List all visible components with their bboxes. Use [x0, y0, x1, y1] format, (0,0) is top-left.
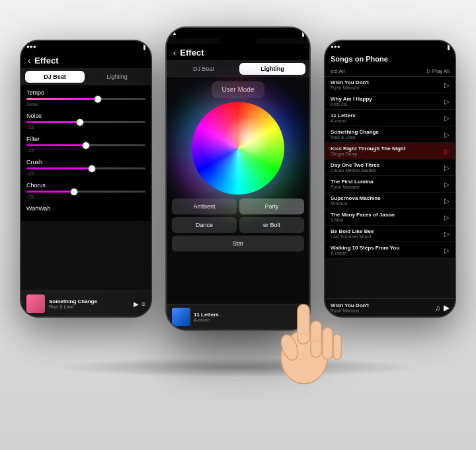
list-item[interactable]: Why Am I Happy Kirin Jol ▷: [325, 93, 455, 110]
left-now-playing: Something Change Rise & Lose ▶ ≡: [21, 291, 151, 316]
center-np-play-icon[interactable]: ▶: [298, 312, 304, 322]
light-btn-dance[interactable]: Dance: [172, 217, 237, 233]
song-info-10: Walking 10 Steps From You A-monn: [331, 245, 444, 255]
song-play-6[interactable]: ▷: [444, 181, 450, 188]
center-phone-header: ‹ Effect: [167, 44, 309, 60]
song-info-7: Supernova Machine Monhun: [331, 195, 444, 206]
shadow-base: [53, 357, 423, 377]
center-status-bar: ▲ ▐: [167, 28, 309, 38]
song-play-1[interactable]: ▷: [444, 98, 450, 105]
song-info-9: Be Bold Like Bee Last Summer Mood: [331, 228, 444, 239]
song-artist-10: A-monn: [331, 251, 444, 255]
left-battery: ▐: [141, 44, 145, 50]
right-np-list-icon[interactable]: ♫: [436, 304, 441, 312]
slider-chorus-track[interactable]: [26, 191, 145, 193]
song-play-8[interactable]: ▷: [444, 214, 450, 221]
slider-wahwah: WahWah: [26, 205, 145, 212]
right-np-title: Wish You Don't: [331, 302, 432, 308]
song-artist-1: Kirin Jol: [331, 102, 444, 107]
svg-rect-4: [333, 334, 341, 359]
center-notch: [218, 38, 258, 44]
color-wheel[interactable]: [192, 102, 284, 195]
song-info-8: The Many Faces of Jason Y.Moo: [331, 212, 444, 222]
slider-chorus-label: Chorus: [26, 182, 145, 189]
center-np-title: 11 Letters: [194, 312, 295, 318]
list-item[interactable]: Wish You Don't Ryan Manson ▷: [325, 77, 455, 93]
phone-right: ●●● ▐ Songs on Phone ect All ▷ Play All …: [324, 40, 456, 318]
select-all-label[interactable]: ect All: [331, 68, 344, 74]
songs-controls: ect All ▷ Play All: [325, 66, 455, 77]
slider-wahwah-label: WahWah: [26, 205, 145, 212]
slider-noise-label: Noise: [26, 112, 145, 119]
right-np-info: Wish You Don't Ryan Manson: [331, 302, 432, 313]
list-item[interactable]: Be Bold Like Bee Last Summer Mood ▷: [325, 226, 455, 242]
song-play-7[interactable]: ▷: [444, 197, 450, 204]
song-play-10[interactable]: ▷: [444, 247, 450, 254]
song-play-3[interactable]: ▷: [444, 131, 450, 138]
song-play-0[interactable]: ▷: [444, 81, 450, 89]
left-np-play-icon[interactable]: ▶: [134, 300, 139, 308]
left-tabs: DJ Beat Lighting: [21, 68, 151, 85]
left-np-info: Something Change Rise & Lose: [49, 298, 130, 309]
right-status-bar: ●●● ▐: [325, 41, 455, 52]
list-item[interactable]: Kiss Right Through The Night Ginger Berr…: [325, 143, 455, 159]
right-np-play-icon[interactable]: ▶: [444, 303, 450, 312]
song-artist-9: Last Summer Mood: [331, 234, 444, 239]
songs-list: Wish You Don't Ryan Manson ▷ Why Am I Ha…: [325, 77, 455, 259]
slider-tempo-val: Slow: [26, 101, 145, 107]
song-title-1: Why Am I Happy: [331, 96, 444, 102]
center-battery: ▐: [300, 30, 304, 36]
song-title-9: Be Bold Like Bee: [331, 228, 444, 234]
song-artist-0: Ryan Manson: [331, 85, 444, 90]
list-item[interactable]: Supernova Machine Monhun ▷: [325, 193, 455, 209]
slider-filter-track[interactable]: [26, 144, 145, 146]
left-back-arrow[interactable]: ‹: [28, 56, 30, 66]
center-back-arrow[interactable]: ‹: [173, 48, 176, 58]
left-tab-lighting[interactable]: Lighting: [87, 71, 147, 83]
song-title-6: The First Lumina: [331, 179, 444, 185]
song-title-0: Wish You Don't: [331, 79, 444, 85]
light-btn-star[interactable]: Star: [172, 236, 304, 251]
song-play-4[interactable]: ▷: [444, 148, 450, 155]
center-tab-lighting[interactable]: Lighting: [239, 63, 305, 75]
list-item[interactable]: Day One Two Three Cacao Mellow Garden ▷: [325, 159, 455, 176]
left-np-controls[interactable]: ▶ ≡: [134, 300, 145, 308]
list-item[interactable]: The First Lumina Ryan Manson ▷: [325, 176, 455, 193]
center-now-playing: 11 Letters A-monn ▶: [167, 304, 309, 330]
song-info-4: Kiss Right Through The Night Ginger Berr…: [331, 146, 444, 156]
phone-left: ●●● ▐ ‹ Effect DJ Beat Lighting Tempo Sl…: [20, 40, 152, 318]
center-tab-djbeat[interactable]: DJ Beat: [171, 63, 237, 75]
slider-crush-track[interactable]: [26, 167, 145, 169]
song-play-2[interactable]: ▷: [444, 114, 450, 122]
left-np-artist: Rise & Lose: [49, 304, 130, 309]
play-all-label[interactable]: ▷ Play All: [427, 68, 450, 74]
left-effect-content: Tempo Slow Noise -15 Filter: [21, 85, 151, 221]
left-np-list-icon[interactable]: ≡: [141, 300, 145, 308]
song-info-1: Why Am I Happy Kirin Jol: [331, 96, 444, 107]
list-item[interactable]: Something Change Rise & Lose ▷: [325, 126, 455, 143]
song-info-3: Something Change Rise & Lose: [331, 129, 444, 140]
song-info-6: The First Lumina Ryan Manson: [331, 179, 444, 189]
phone-center: ▲ ▐ ‹ Effect DJ Beat Lighting User Mode …: [165, 26, 311, 331]
light-btn-erbolt[interactable]: er Bolt: [239, 217, 304, 233]
slider-chorus: Chorus -15: [26, 182, 145, 200]
slider-noise-track[interactable]: [26, 121, 145, 123]
song-info-2: 11 Letters A-monn: [331, 112, 444, 123]
song-title-5: Day One Two Three: [331, 162, 444, 168]
song-artist-3: Rise & Lose: [331, 135, 444, 140]
svg-rect-2: [311, 321, 321, 357]
list-item[interactable]: Walking 10 Steps From You A-monn ▷: [325, 242, 455, 259]
song-play-9[interactable]: ▷: [444, 230, 450, 238]
left-tab-djbeat[interactable]: DJ Beat: [25, 71, 85, 83]
list-item[interactable]: 11 Letters A-monn ▷: [325, 110, 455, 126]
slider-tempo-track[interactable]: [26, 98, 145, 100]
song-play-5[interactable]: ▷: [444, 164, 450, 171]
song-title-2: 11 Letters: [331, 112, 444, 118]
center-np-artist: A-monn: [194, 318, 295, 322]
slider-chorus-val: -15: [26, 194, 145, 200]
slider-filter: Filter -15: [26, 136, 145, 154]
right-songs-title: Songs on Phone: [325, 52, 455, 66]
svg-rect-3: [323, 328, 333, 359]
song-info-0: Wish You Don't Ryan Manson: [331, 79, 444, 90]
list-item[interactable]: The Many Faces of Jason Y.Moo ▷: [325, 209, 455, 226]
